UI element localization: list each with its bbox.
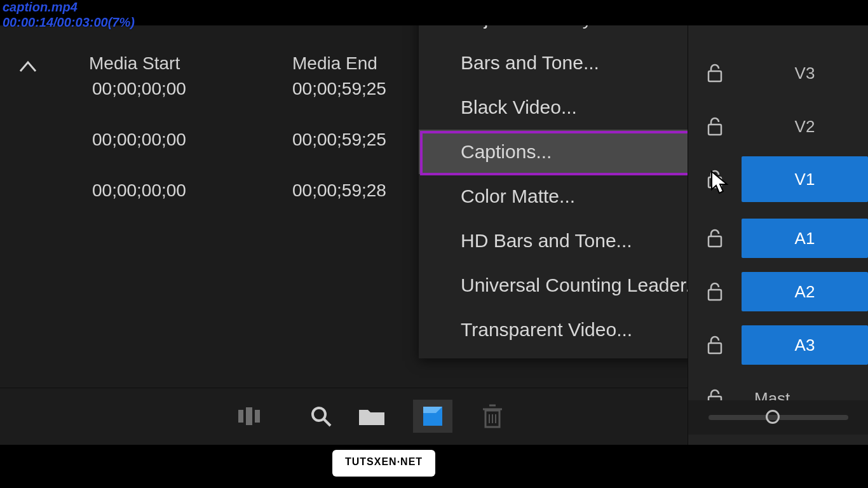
svg-rect-15 [709, 236, 721, 247]
trash-icon[interactable] [477, 402, 508, 430]
media-start-value: 00;00;00;00 [92, 79, 186, 99]
timeline-tracks-panel: V3 V2 V1 A1 A2 A3 Mast [688, 25, 868, 470]
svg-line-4 [324, 419, 330, 426]
search-icon[interactable] [305, 402, 337, 430]
lock-icon[interactable] [688, 229, 742, 248]
slider-knob-icon[interactable] [766, 410, 780, 424]
lock-icon[interactable] [688, 170, 742, 189]
new-bin-icon[interactable] [356, 402, 388, 430]
watermark-badge: TUTSXEN·NET [332, 450, 435, 477]
table-row[interactable]: 00;00;00;00 00;00;59;28 [0, 180, 419, 231]
svg-rect-13 [709, 125, 721, 135]
column-media-start[interactable]: Media Start [89, 53, 180, 74]
track-label[interactable]: A1 [742, 219, 868, 258]
svg-point-3 [313, 408, 325, 421]
svg-rect-12 [709, 71, 721, 81]
table-row[interactable]: 00;00;00;00 00;00;59;25 [0, 79, 419, 130]
svg-rect-0 [238, 410, 243, 423]
collapse-chevron-icon[interactable] [19, 57, 38, 77]
track-row-v3[interactable]: V3 [688, 47, 868, 99]
svg-rect-1 [246, 407, 252, 425]
track-row-a1[interactable]: A1 [688, 212, 868, 264]
lock-icon[interactable] [688, 336, 742, 355]
timeline-zoom-slider[interactable] [688, 400, 868, 435]
track-label[interactable]: V1 [742, 156, 868, 202]
lock-icon[interactable] [688, 117, 742, 136]
track-label[interactable]: V2 [742, 107, 868, 146]
table-row[interactable]: 00;00;00;00 00;00;59;25 [0, 130, 419, 180]
svg-rect-14 [709, 177, 721, 187]
track-label[interactable]: V3 [742, 53, 868, 93]
overlay-timestamp: 00:00:14/00:03:00(7%) [3, 15, 135, 30]
svg-rect-17 [709, 343, 721, 353]
project-toolbar [0, 388, 688, 445]
track-row-v2[interactable]: V2 [688, 100, 868, 152]
track-label[interactable]: A3 [742, 325, 868, 365]
media-end-value: 00;00;59;25 [292, 79, 386, 99]
column-media-end[interactable]: Media End [292, 53, 377, 74]
track-label[interactable]: A2 [742, 272, 868, 311]
thumbnail-view-icon[interactable] [235, 402, 267, 430]
track-row-v1[interactable]: V1 [688, 149, 868, 210]
overlay-filename: caption.mp4 [3, 0, 78, 15]
media-start-value: 00;00;00;00 [92, 180, 186, 201]
lock-icon[interactable] [688, 64, 742, 83]
svg-rect-16 [709, 290, 721, 300]
track-row-a2[interactable]: A2 [688, 266, 868, 318]
lock-icon[interactable] [688, 282, 742, 301]
track-row-a3[interactable]: A3 [688, 319, 868, 371]
new-item-icon[interactable] [413, 400, 452, 433]
media-end-value: 00;00;59;28 [292, 180, 386, 201]
media-table-header: Media Start Media End [0, 39, 419, 79]
media-end-value: 00;00;59;25 [292, 130, 386, 150]
media-start-value: 00;00;00;00 [92, 130, 186, 150]
svg-rect-2 [255, 410, 260, 423]
